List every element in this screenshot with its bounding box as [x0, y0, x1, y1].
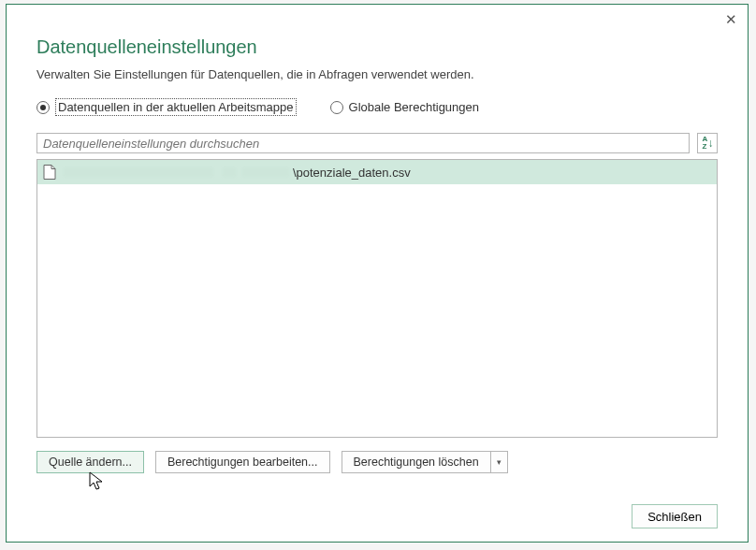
action-row: Quelle ändern... Berechtigungen bearbeit… — [36, 451, 718, 473]
radio-label: Globale Berechtigungen — [349, 100, 480, 114]
dialog-subtitle: Verwalten Sie Einstellungen für Datenque… — [36, 67, 718, 81]
clear-permissions-dropdown[interactable]: ▾ — [490, 451, 508, 473]
radio-current-workbook[interactable]: Datenquellen in der aktuellen Arbeitsmap… — [36, 98, 297, 116]
data-source-list[interactable]: \potenziale_daten.csv — [36, 159, 718, 438]
dialog-footer: Schließen — [36, 485, 718, 528]
dialog-title: Datenquelleneinstellungen — [36, 36, 718, 58]
search-row: AZ↓ — [36, 133, 718, 153]
list-item-visible-path: \potenziale_daten.csv — [293, 166, 411, 180]
close-icon[interactable]: ✕ — [721, 10, 740, 29]
chevron-down-icon: ▾ — [497, 457, 502, 467]
dialog-content: Datenquelleneinstellungen Verwalten Sie … — [7, 5, 748, 542]
sort-az-icon: AZ↓ — [703, 136, 713, 151]
clear-permissions-split-button: Berechtigungen löschen ▾ — [342, 451, 508, 473]
data-source-settings-dialog: ✕ Datenquelleneinstellungen Verwalten Si… — [6, 4, 749, 543]
radio-global-permissions[interactable]: Globale Berechtigungen — [330, 100, 480, 114]
list-item-path: \potenziale_daten.csv — [64, 166, 411, 180]
clear-permissions-button[interactable]: Berechtigungen löschen — [342, 451, 490, 473]
search-input[interactable] — [36, 133, 690, 153]
radio-label: Datenquellen in der aktuellen Arbeitsmap… — [55, 98, 297, 116]
list-item[interactable]: \potenziale_daten.csv — [37, 160, 717, 184]
scope-radio-group: Datenquellen in der aktuellen Arbeitsmap… — [36, 98, 718, 116]
edit-permissions-button[interactable]: Berechtigungen bearbeiten... — [155, 451, 330, 473]
sort-button[interactable]: AZ↓ — [697, 133, 718, 153]
close-button[interactable]: Schließen — [632, 504, 718, 528]
radio-icon — [36, 101, 50, 114]
radio-icon — [330, 101, 343, 114]
change-source-button[interactable]: Quelle ändern... — [36, 451, 144, 473]
file-icon — [43, 165, 56, 180]
